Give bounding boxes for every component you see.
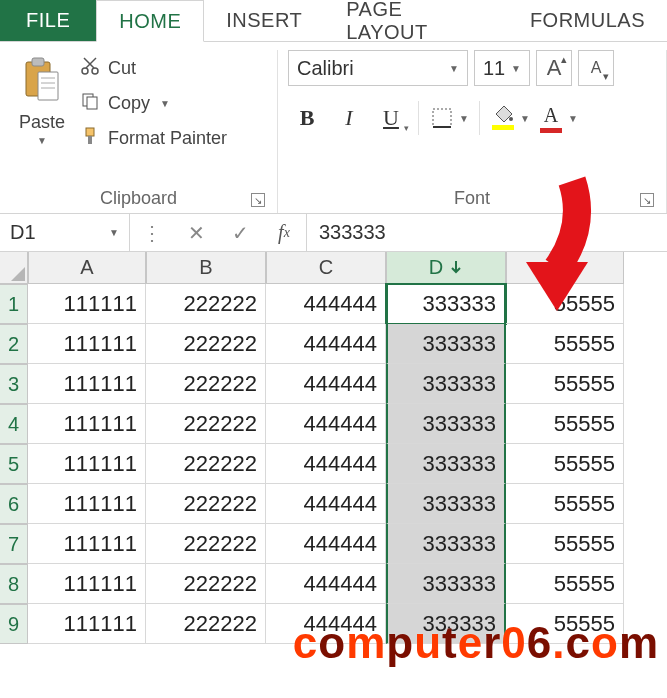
formula-input[interactable]: 333333 <box>307 214 667 251</box>
row-header[interactable]: 7 <box>0 524 28 564</box>
cell[interactable]: 333333 <box>386 324 506 364</box>
cell[interactable]: 55555 <box>506 324 624 364</box>
cell[interactable]: 222222 <box>146 524 266 564</box>
cell[interactable]: 222222 <box>146 444 266 484</box>
cell[interactable]: 111111 <box>28 484 146 524</box>
column-header-d[interactable]: D <box>386 252 506 284</box>
cancel-formula-button[interactable]: ✕ <box>174 221 218 245</box>
dialog-launcher-icon[interactable]: ↘ <box>251 193 265 207</box>
spreadsheet-grid[interactable]: A B C D E 111111122222244444433333355555… <box>0 252 667 644</box>
cell[interactable]: 55555 <box>506 564 624 604</box>
underline-button[interactable]: U <box>372 100 410 136</box>
cell[interactable]: 111111 <box>28 524 146 564</box>
cell[interactable]: 222222 <box>146 364 266 404</box>
cell[interactable]: 444444 <box>266 324 386 364</box>
formula-value: 333333 <box>319 221 386 244</box>
svg-line-8 <box>86 58 96 68</box>
cell[interactable]: 333333 <box>386 524 506 564</box>
cell[interactable]: 444444 <box>266 564 386 604</box>
fill-color-swatch <box>492 125 514 130</box>
font-name-combo[interactable]: Calibri ▼ <box>288 50 468 86</box>
svg-rect-2 <box>38 72 58 100</box>
tab-home[interactable]: HOME <box>96 0 204 42</box>
column-header-e[interactable]: E <box>506 252 624 284</box>
cell[interactable]: 222222 <box>146 484 266 524</box>
cell[interactable]: 55555 <box>506 524 624 564</box>
italic-button[interactable]: I <box>330 100 368 136</box>
font-color-button[interactable]: A ▼ <box>536 100 580 136</box>
fx-button[interactable]: fx <box>262 221 306 244</box>
cut-button[interactable]: Cut <box>80 56 227 81</box>
row-header[interactable]: 6 <box>0 484 28 524</box>
dialog-launcher-icon[interactable]: ↘ <box>640 193 654 207</box>
cell[interactable]: 444444 <box>266 404 386 444</box>
paste-button[interactable]: Paste ▼ <box>10 50 74 182</box>
cell[interactable]: 444444 <box>266 444 386 484</box>
cell[interactable]: 111111 <box>28 604 146 644</box>
cell[interactable]: 111111 <box>28 404 146 444</box>
cell[interactable]: 333333 <box>386 284 506 324</box>
row-header[interactable]: 1 <box>0 284 28 324</box>
tab-formulas[interactable]: FORMULAS <box>508 0 667 41</box>
cell[interactable]: 444444 <box>266 604 386 644</box>
column-header-c[interactable]: C <box>266 252 386 284</box>
shrink-font-button[interactable]: A▾ <box>578 50 614 86</box>
border-button[interactable]: ▼ <box>427 100 471 136</box>
fill-color-button[interactable]: ▼ <box>488 100 532 136</box>
cell[interactable]: 111111 <box>28 284 146 324</box>
row-header[interactable]: 8 <box>0 564 28 604</box>
cell[interactable]: 55555 <box>506 484 624 524</box>
tab-file[interactable]: FILE <box>0 0 96 41</box>
column-header-a[interactable]: A <box>28 252 146 284</box>
copy-button[interactable]: Copy ▼ <box>80 91 227 116</box>
name-box[interactable]: D1 ▼ <box>0 214 130 251</box>
cell[interactable]: 333333 <box>386 564 506 604</box>
cell[interactable]: 111111 <box>28 444 146 484</box>
group-font: Calibri ▼ 11 ▼ A▴ A▾ B I <box>278 50 667 213</box>
cell[interactable]: 222222 <box>146 564 266 604</box>
cell[interactable]: 55555 <box>506 404 624 444</box>
select-all-corner[interactable] <box>0 252 28 284</box>
tab-insert[interactable]: INSERT <box>204 0 324 41</box>
row-header[interactable]: 2 <box>0 324 28 364</box>
cell[interactable]: 222222 <box>146 604 266 644</box>
tab-page-layout[interactable]: PAGE LAYOUT <box>324 0 508 41</box>
row-header[interactable]: 4 <box>0 404 28 444</box>
cell[interactable]: 222222 <box>146 324 266 364</box>
cell[interactable]: 111111 <box>28 564 146 604</box>
vdots-icon[interactable]: ⋮ <box>130 221 174 245</box>
cell[interactable]: 55555 <box>506 444 624 484</box>
font-size-combo[interactable]: 11 ▼ <box>474 50 530 86</box>
cell[interactable]: 333333 <box>386 364 506 404</box>
confirm-formula-button[interactable]: ✓ <box>218 221 262 245</box>
cell[interactable]: 222222 <box>146 404 266 444</box>
row-header[interactable]: 5 <box>0 444 28 484</box>
separator <box>418 101 419 135</box>
cell[interactable]: 444444 <box>266 524 386 564</box>
cell[interactable]: 55555 <box>506 604 624 644</box>
bold-button[interactable]: B <box>288 100 326 136</box>
cell[interactable]: 444444 <box>266 284 386 324</box>
cell[interactable]: 111111 <box>28 324 146 364</box>
cell[interactable]: 222222 <box>146 284 266 324</box>
cell[interactable]: 55555 <box>506 284 624 324</box>
cell[interactable]: 444444 <box>266 484 386 524</box>
chevron-down-icon: ▼ <box>511 63 521 74</box>
column-header-b[interactable]: B <box>146 252 266 284</box>
cell[interactable]: 333333 <box>386 604 506 644</box>
row-header[interactable]: 3 <box>0 364 28 404</box>
grow-font-button[interactable]: A▴ <box>536 50 572 86</box>
cell[interactable]: 333333 <box>386 484 506 524</box>
scissors-icon <box>80 56 100 81</box>
cell[interactable]: 111111 <box>28 364 146 404</box>
cell[interactable]: 333333 <box>386 404 506 444</box>
cell[interactable]: 444444 <box>266 364 386 404</box>
cell[interactable]: 333333 <box>386 444 506 484</box>
paste-label: Paste <box>19 112 65 133</box>
name-box-value: D1 <box>10 221 36 244</box>
arrow-down-icon <box>449 256 463 279</box>
cell[interactable]: 55555 <box>506 364 624 404</box>
font-color-swatch <box>540 128 562 133</box>
format-painter-button[interactable]: Format Painter <box>80 126 227 151</box>
row-header[interactable]: 9 <box>0 604 28 644</box>
